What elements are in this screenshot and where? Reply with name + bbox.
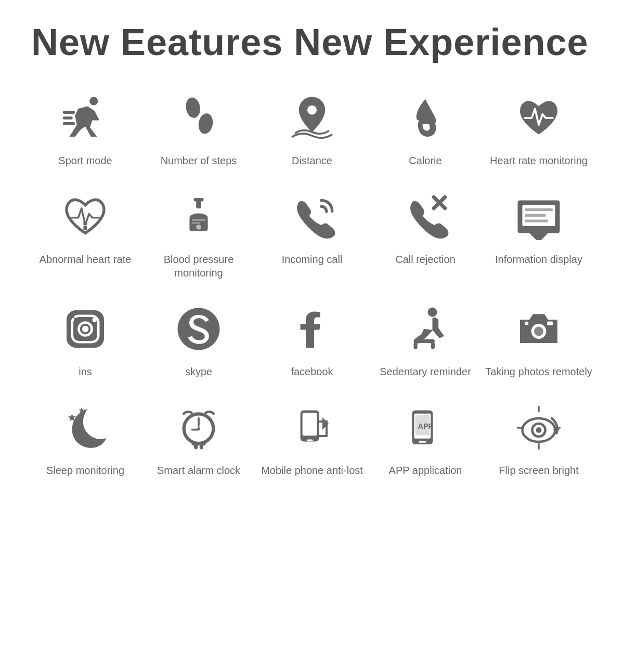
svg-rect-50 <box>303 413 317 436</box>
page-title: New Eeatures New Experience <box>31 21 593 63</box>
heart-rate-label: Heart rate monitoring <box>490 154 588 167</box>
sleep-monitoring-label: Sleep monitoring <box>46 464 124 477</box>
skype-label: skype <box>185 365 212 378</box>
svg-rect-44 <box>198 417 200 424</box>
svg-point-30 <box>428 308 437 317</box>
svg-rect-10 <box>196 200 201 208</box>
feature-ins: ins <box>31 300 139 378</box>
svg-point-15 <box>196 225 201 230</box>
svg-point-6 <box>307 106 317 115</box>
svg-rect-14 <box>192 222 200 223</box>
call-rejection-icon <box>397 188 454 245</box>
feature-calorie: Calorie <box>371 89 479 167</box>
feature-sedentary-reminder: Sedentary reminder <box>371 300 479 378</box>
svg-text:★: ★ <box>68 413 76 423</box>
abnormal-heart-rate-label: Abnormal heart rate <box>40 253 132 266</box>
number-of-steps-icon <box>170 89 227 147</box>
feature-abnormal-heart-rate: Abnormal heart rate <box>31 188 139 280</box>
sleep-monitoring-icon: ★ ★ <box>57 399 114 456</box>
svg-rect-13 <box>192 219 205 221</box>
app-application-icon: APP <box>397 399 454 456</box>
sedentary-reminder-label: Sedentary reminder <box>380 365 471 378</box>
call-rejection-label: Call rejection <box>395 253 456 266</box>
svg-rect-55 <box>419 441 426 443</box>
feature-distance: Distance <box>258 89 366 167</box>
calorie-label: Calorie <box>409 154 441 167</box>
information-display-icon <box>510 188 567 245</box>
sport-mode-label: Sport mode <box>58 154 112 167</box>
facebook-label: facebook <box>291 365 333 378</box>
number-of-steps-label: Number of steps <box>161 154 237 167</box>
calorie-icon <box>397 89 454 147</box>
taking-photos-icon <box>510 300 567 358</box>
mobile-antilost-icon <box>283 399 341 456</box>
ins-label: ins <box>79 365 92 378</box>
feature-call-rejection: Call rejection <box>371 188 479 280</box>
svg-marker-19 <box>529 233 548 241</box>
svg-point-4 <box>184 96 201 119</box>
svg-point-28 <box>82 326 89 333</box>
svg-rect-36 <box>547 322 553 325</box>
feature-skype: skype <box>145 300 253 378</box>
svg-rect-46 <box>192 443 206 445</box>
svg-rect-21 <box>525 208 553 211</box>
svg-rect-48 <box>200 444 203 449</box>
svg-point-37 <box>525 322 528 325</box>
svg-rect-51 <box>307 439 313 441</box>
abnormal-heart-rate-icon <box>57 188 114 245</box>
svg-rect-8 <box>83 221 87 225</box>
smart-alarm-label: Smart alarm clock <box>157 464 240 477</box>
distance-icon <box>283 89 341 147</box>
app-application-label: APP application <box>389 464 462 477</box>
svg-point-0 <box>89 97 98 106</box>
feature-flip-screen: Flip screen bright <box>485 399 593 477</box>
mobile-antilost-label: Mobile phone anti-lost <box>261 464 363 477</box>
feature-incoming-call: Incoming call <box>258 188 366 280</box>
facebook-icon <box>283 300 341 358</box>
taking-photos-label: Taking photos remotely <box>485 365 592 378</box>
feature-taking-photos: Taking photos remotely <box>485 300 593 378</box>
svg-rect-31 <box>414 339 435 343</box>
svg-rect-23 <box>525 219 548 222</box>
svg-point-5 <box>197 112 214 135</box>
feature-information-display: Information display <box>485 188 593 280</box>
incoming-call-label: Incoming call <box>282 253 343 266</box>
feature-heart-rate: Heart rate monitoring <box>485 89 593 167</box>
ins-icon <box>57 300 114 358</box>
sedentary-reminder-icon <box>397 300 454 358</box>
flip-screen-icon <box>510 399 567 456</box>
feature-facebook: facebook <box>258 300 366 378</box>
feature-mobile-antilost: Mobile phone anti-lost <box>258 399 366 477</box>
feature-blood-pressure: Blood pressure monitoring <box>145 188 253 280</box>
svg-rect-7 <box>83 226 87 230</box>
blood-pressure-label: Blood pressure monitoring <box>145 253 253 280</box>
svg-point-35 <box>534 327 543 336</box>
svg-rect-33 <box>431 342 435 349</box>
svg-rect-47 <box>194 444 198 449</box>
svg-point-27 <box>93 318 97 322</box>
flip-screen-label: Flip screen bright <box>499 464 578 477</box>
feature-number-of-steps: Number of steps <box>145 89 253 167</box>
svg-text:APP: APP <box>418 422 434 430</box>
skype-icon <box>170 300 227 358</box>
svg-rect-32 <box>414 342 418 349</box>
feature-sport-mode: Sport mode <box>31 89 139 167</box>
svg-rect-22 <box>525 214 546 217</box>
svg-text:★: ★ <box>79 407 85 414</box>
smart-alarm-icon <box>170 399 227 456</box>
feature-smart-alarm: Smart alarm clock <box>145 399 253 477</box>
sport-mode-icon <box>57 89 114 147</box>
incoming-call-icon <box>283 188 341 245</box>
features-grid: Sport mode Number of steps Distance Calo… <box>31 89 593 477</box>
heart-rate-icon <box>510 89 567 147</box>
feature-sleep-monitoring: ★ ★ Sleep monitoring <box>31 399 139 477</box>
svg-point-45 <box>197 427 200 430</box>
blood-pressure-icon <box>170 188 227 245</box>
feature-app-application: APP APP application <box>371 399 479 477</box>
distance-label: Distance <box>292 154 332 167</box>
information-display-label: Information display <box>495 253 582 266</box>
svg-point-60 <box>536 427 542 433</box>
